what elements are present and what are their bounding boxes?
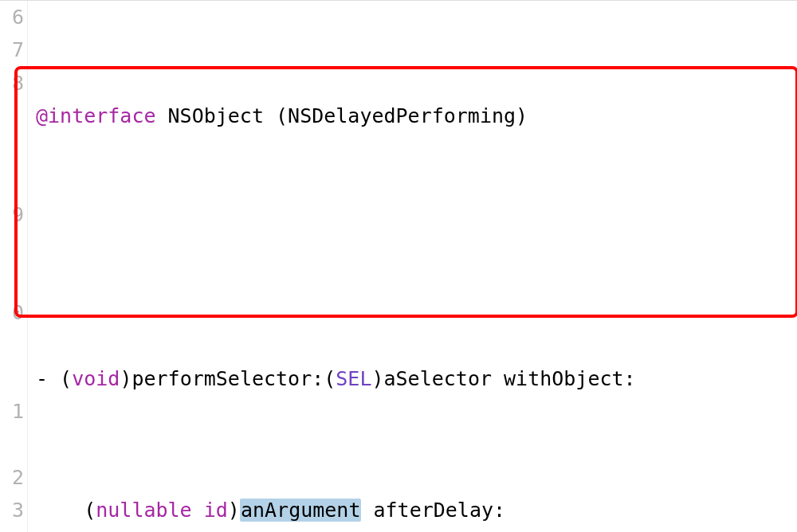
line-number: 3 [0, 494, 24, 526]
selection-highlight: anArgument [240, 499, 362, 522]
line-number: 1 [0, 395, 24, 428]
code-line[interactable]: @interface NSObject (NSDelayedPerforming… [33, 100, 797, 132]
line-number [0, 264, 24, 296]
token-keyword: nullable [96, 499, 191, 522]
line-number: 2 [0, 461, 24, 494]
token-text: - ( [36, 367, 72, 390]
line-number-gutter: 6 7 8 9 0 1 2 3 [0, 1, 28, 532]
token-text: NSObject (NSDelayedPerforming) [156, 104, 528, 127]
token-keyword: void [72, 367, 120, 390]
code-editor[interactable]: 6 7 8 9 0 1 2 3 @interface NSObject (NSD… [0, 0, 797, 532]
line-number: 0 [0, 296, 24, 329]
line-number [0, 165, 24, 198]
token-text [192, 499, 204, 522]
token-text: ) [228, 499, 240, 522]
token-text: performSelector:( [132, 367, 336, 390]
token-text: ( [36, 499, 96, 522]
line-number: 7 [0, 33, 24, 66]
token-text: ) [120, 367, 132, 390]
token-keyword: @interface [36, 104, 156, 127]
line-number [0, 330, 24, 362]
line-number: 6 [0, 1, 24, 33]
line-number [0, 132, 24, 165]
line-number [0, 100, 24, 132]
token-text: afterDelay: [361, 499, 505, 522]
code-line[interactable]: - (void)performSelector:(SEL)aSelector w… [33, 362, 797, 395]
line-number: 8 [0, 67, 24, 100]
code-line[interactable]: (nullable id)anArgument afterDelay: [33, 494, 797, 526]
token-text: )aSelector withObject: [371, 367, 635, 390]
line-number [0, 231, 24, 264]
token-type: SEL [336, 367, 371, 390]
code-area[interactable]: @interface NSObject (NSDelayedPerforming… [28, 1, 797, 532]
line-number: 9 [0, 198, 24, 231]
line-number [0, 362, 24, 395]
line-number [0, 428, 24, 460]
token-keyword: id [204, 499, 228, 522]
